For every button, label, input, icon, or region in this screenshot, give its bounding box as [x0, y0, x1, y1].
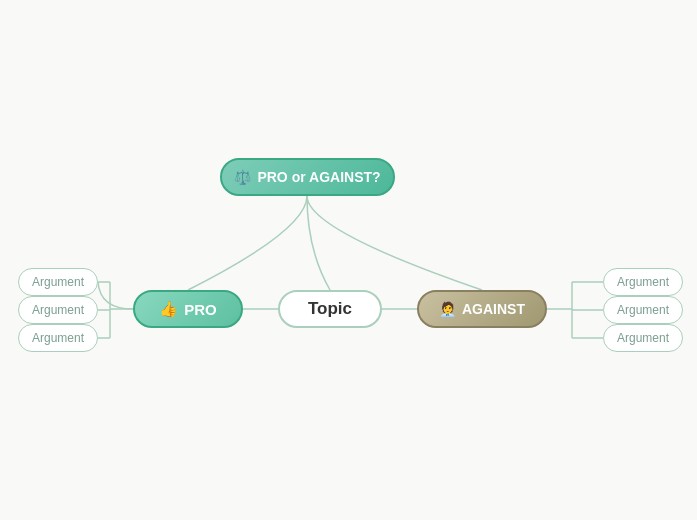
topic-label: Topic: [308, 299, 352, 319]
arg-right-2-label: Argument: [617, 303, 669, 317]
pro-node: 👍 PRO: [133, 290, 243, 328]
arg-right-3-label: Argument: [617, 331, 669, 345]
arg-left-3: Argument: [18, 324, 98, 352]
arg-left-1: Argument: [18, 268, 98, 296]
pro-emoji: 👍: [159, 300, 178, 318]
against-emoji: 🧑‍💼: [439, 301, 456, 317]
arg-right-2: Argument: [603, 296, 683, 324]
topic-node: Topic: [278, 290, 382, 328]
against-node: 🧑‍💼 AGAINST: [417, 290, 547, 328]
arg-right-1-label: Argument: [617, 275, 669, 289]
pro-against-label: PRO or AGAINST?: [257, 169, 380, 185]
pro-against-emoji: ⚖️: [234, 169, 251, 185]
arg-left-1-label: Argument: [32, 275, 84, 289]
pro-against-node: ⚖️ PRO or AGAINST?: [220, 158, 395, 196]
arg-right-3: Argument: [603, 324, 683, 352]
arg-left-2: Argument: [18, 296, 98, 324]
pro-label: PRO: [184, 301, 217, 318]
against-label: AGAINST: [462, 301, 525, 317]
arg-right-1: Argument: [603, 268, 683, 296]
arg-left-2-label: Argument: [32, 303, 84, 317]
arg-left-3-label: Argument: [32, 331, 84, 345]
